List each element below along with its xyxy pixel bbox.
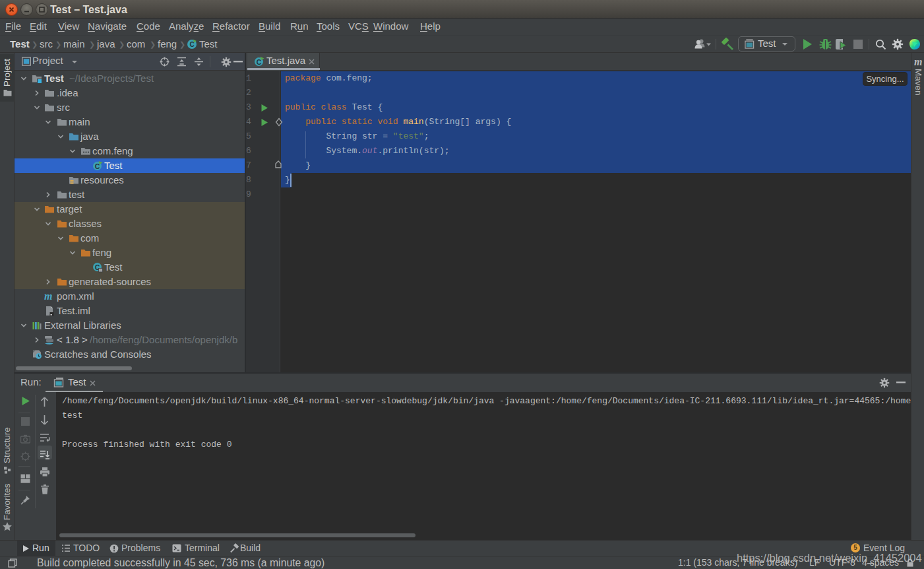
svg-text:C: C [189,41,194,48]
